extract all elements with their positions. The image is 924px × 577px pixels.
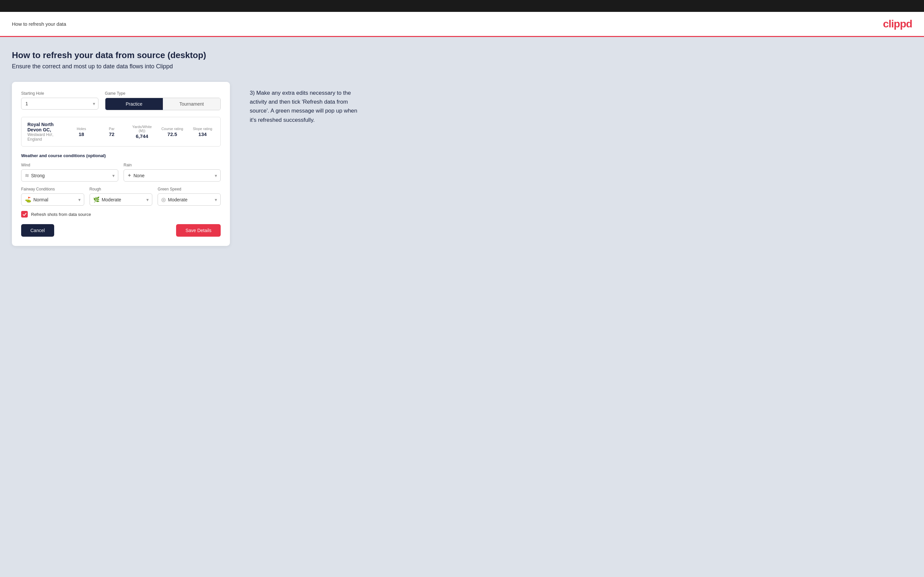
wind-group: Wind ≋ Strong ▾ [21, 163, 118, 182]
rough-select[interactable]: 🌿 Moderate ▾ [89, 193, 153, 206]
checkbox-row: Refresh shots from data source [21, 211, 221, 218]
side-text: 3) Make any extra edits necessary to the… [250, 89, 362, 124]
button-row: Cancel Save Details [21, 224, 221, 237]
starting-hole-select-wrapper: 1 [21, 98, 99, 110]
starting-hole-label: Starting Hole [21, 91, 99, 96]
form-card: Starting Hole 1 Game Type Practice Tourn… [12, 82, 230, 246]
starting-hole-group: Starting Hole 1 [21, 91, 99, 110]
course-rating-value: 72.5 [160, 131, 184, 137]
green-select[interactable]: ◎ Moderate ▾ [158, 193, 221, 206]
rain-label: Rain [124, 163, 221, 168]
fairway-chevron-icon: ▾ [78, 197, 81, 202]
slope-rating-stat: Slope rating 134 [191, 127, 215, 137]
wind-value: Strong [31, 173, 112, 178]
fairway-icon: ⛳ [25, 197, 31, 203]
rain-value: None [134, 173, 215, 178]
starting-hole-select[interactable]: 1 [21, 98, 99, 110]
page-subtitle: Ensure the correct and most up to date d… [12, 63, 912, 70]
game-type-buttons: Practice Tournament [105, 98, 221, 110]
course-location: Westward Ho!, England [27, 132, 63, 142]
starting-hole-row: Starting Hole 1 Game Type Practice Tourn… [21, 91, 221, 110]
cancel-button[interactable]: Cancel [21, 224, 54, 237]
header-title: How to refresh your data [12, 21, 66, 27]
main-content: How to refresh your data from source (de… [0, 37, 924, 572]
course-name-block: Royal North Devon GC, Westward Ho!, Engl… [27, 122, 63, 142]
green-label: Green Speed [158, 187, 221, 192]
fairway-label: Fairway Conditions [21, 187, 84, 192]
course-rating-stat: Course rating 72.5 [160, 127, 184, 137]
course-name: Royal North Devon GC, [27, 122, 63, 132]
par-value: 72 [100, 131, 124, 137]
par-label: Par [100, 127, 124, 131]
rough-value: Moderate [102, 197, 147, 202]
rain-chevron-icon: ▾ [215, 173, 217, 178]
fairway-rough-green-row: Fairway Conditions ⛳ Normal ▾ Rough 🌿 Mo… [21, 187, 221, 206]
game-type-group: Game Type Practice Tournament [105, 91, 221, 110]
green-value: Moderate [168, 197, 215, 202]
course-yards-stat: Yards/White (M)) 6,744 [130, 125, 154, 139]
holes-value: 18 [70, 131, 94, 137]
holes-label: Holes [70, 127, 94, 131]
yards-value: 6,744 [130, 133, 154, 139]
course-holes-stat: Holes 18 [70, 127, 94, 137]
save-button[interactable]: Save Details [176, 224, 221, 237]
rain-icon: ✦ [127, 172, 131, 179]
rain-select[interactable]: ✦ None ▾ [124, 169, 221, 182]
wind-chevron-icon: ▾ [112, 173, 115, 178]
slope-label: Slope rating [191, 127, 215, 131]
course-par-stat: Par 72 [100, 127, 124, 137]
refresh-checkbox[interactable] [21, 211, 28, 218]
logo: clippd [883, 18, 912, 30]
yards-label: Yards/White (M)) [130, 125, 154, 133]
slope-value: 134 [191, 131, 215, 137]
tournament-button[interactable]: Tournament [163, 98, 220, 110]
page-title: How to refresh your data from source (de… [12, 50, 912, 60]
header: How to refresh your data clippd [0, 12, 924, 37]
green-chevron-icon: ▾ [215, 197, 217, 202]
fairway-value: Normal [33, 197, 78, 202]
content-area: Starting Hole 1 Game Type Practice Tourn… [12, 82, 912, 246]
rough-group: Rough 🌿 Moderate ▾ [89, 187, 153, 206]
course-info-box: Royal North Devon GC, Westward Ho!, Engl… [21, 117, 221, 147]
green-group: Green Speed ◎ Moderate ▾ [158, 187, 221, 206]
rough-chevron-icon: ▾ [146, 197, 149, 202]
wind-icon: ≋ [25, 172, 29, 179]
green-icon: ◎ [161, 197, 166, 203]
rough-label: Rough [89, 187, 153, 192]
refresh-checkbox-label: Refresh shots from data source [31, 212, 91, 217]
fairway-group: Fairway Conditions ⛳ Normal ▾ [21, 187, 84, 206]
check-icon [23, 212, 27, 216]
wind-label: Wind [21, 163, 118, 168]
course-rating-label: Course rating [160, 127, 184, 131]
rough-icon: 🌿 [93, 197, 100, 203]
footer: Copyright Clippd 2022 [0, 572, 924, 577]
rain-group: Rain ✦ None ▾ [124, 163, 221, 182]
conditions-section-title: Weather and course conditions (optional) [21, 153, 221, 158]
wind-rain-row: Wind ≋ Strong ▾ Rain ✦ None ▾ [21, 163, 221, 182]
wind-select[interactable]: ≋ Strong ▾ [21, 169, 118, 182]
game-type-label: Game Type [105, 91, 221, 96]
top-bar [0, 0, 924, 12]
practice-button[interactable]: Practice [105, 98, 163, 110]
fairway-select[interactable]: ⛳ Normal ▾ [21, 193, 84, 206]
